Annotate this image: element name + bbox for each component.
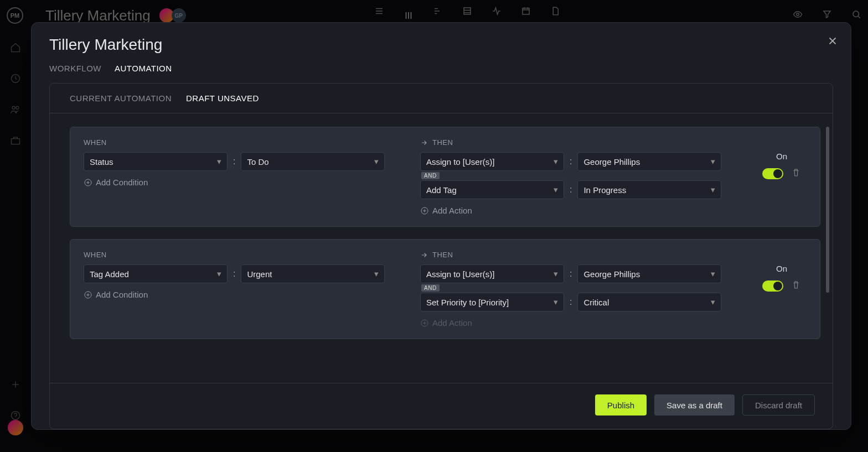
chevron-down-icon: ▾ bbox=[554, 157, 558, 167]
chevron-down-icon: ▾ bbox=[374, 269, 379, 279]
when-field-select[interactable]: Tag Added▾ bbox=[84, 264, 228, 283]
add-condition-button[interactable]: Add Condition bbox=[84, 290, 398, 299]
when-label: WHEN bbox=[84, 251, 398, 259]
colon: : bbox=[570, 185, 572, 195]
then-action-select[interactable]: Set Priority to [Priority]▾ bbox=[420, 293, 564, 311]
when-value-select[interactable]: To Do▾ bbox=[241, 152, 385, 171]
and-badge: AND bbox=[421, 284, 440, 292]
chevron-down-icon: ▾ bbox=[374, 157, 379, 167]
chevron-down-icon: ▾ bbox=[217, 157, 221, 167]
enable-toggle[interactable] bbox=[762, 168, 783, 179]
modal-body: CURRENT AUTOMATION DRAFT UNSAVED WHEN St… bbox=[49, 83, 833, 429]
colon: : bbox=[570, 157, 572, 167]
chevron-down-icon: ▾ bbox=[554, 185, 558, 195]
then-action-select[interactable]: Add Tag▾ bbox=[420, 180, 564, 199]
then-value-select[interactable]: George Phillips▾ bbox=[577, 152, 721, 171]
chevron-down-icon: ▾ bbox=[711, 269, 715, 279]
chevron-down-icon: ▾ bbox=[711, 157, 715, 167]
then-value-select[interactable]: In Progress▾ bbox=[577, 180, 721, 199]
close-button[interactable] bbox=[826, 35, 839, 49]
when-field-select[interactable]: Status▾ bbox=[84, 152, 228, 171]
rule-controls: On bbox=[757, 251, 807, 328]
delete-button[interactable] bbox=[791, 280, 801, 292]
scrollbar-handle[interactable] bbox=[826, 127, 829, 293]
then-label: THEN bbox=[420, 138, 735, 147]
delete-button[interactable] bbox=[791, 168, 801, 180]
colon: : bbox=[570, 297, 572, 307]
add-action-button[interactable]: Add Action bbox=[420, 318, 735, 328]
when-value-select[interactable]: Urgent▾ bbox=[241, 264, 385, 283]
when-column: WHEN Status▾ : To Do▾ Add Condition bbox=[84, 138, 398, 215]
then-action-select[interactable]: Assign to [User(s)]▾ bbox=[420, 152, 564, 171]
then-value-select[interactable]: Critical▾ bbox=[577, 293, 721, 311]
save-draft-button[interactable]: Save as a draft bbox=[654, 394, 735, 415]
tab-workflow[interactable]: WORKFLOW bbox=[49, 64, 101, 73]
add-condition-button[interactable]: Add Condition bbox=[84, 178, 398, 187]
colon: : bbox=[233, 269, 235, 279]
enable-toggle[interactable] bbox=[762, 280, 783, 292]
chevron-down-icon: ▾ bbox=[711, 185, 715, 195]
modal-tabs: WORKFLOW AUTOMATION bbox=[49, 64, 833, 83]
then-action-select[interactable]: Assign to [User(s)]▾ bbox=[420, 264, 564, 283]
automation-modal: Tillery Marketing WORKFLOW AUTOMATION CU… bbox=[31, 22, 851, 430]
and-badge: AND bbox=[421, 172, 440, 179]
colon: : bbox=[570, 269, 572, 279]
when-column: WHEN Tag Added▾ : Urgent▾ Add Condition bbox=[84, 251, 398, 328]
when-label: WHEN bbox=[84, 138, 398, 147]
then-column: THEN Assign to [User(s)]▾ : George Phill… bbox=[420, 251, 735, 328]
tab-automation[interactable]: AUTOMATION bbox=[115, 64, 172, 73]
chevron-down-icon: ▾ bbox=[554, 269, 558, 279]
colon: : bbox=[233, 157, 235, 167]
rule-controls: On bbox=[757, 138, 807, 215]
subtabs: CURRENT AUTOMATION DRAFT UNSAVED bbox=[50, 84, 833, 113]
subtab-draft[interactable]: DRAFT UNSAVED bbox=[186, 93, 259, 103]
modal-footer: Publish Save as a draft Discard draft bbox=[50, 383, 833, 429]
toggle-label: On bbox=[776, 264, 787, 273]
then-value-select[interactable]: George Phillips▾ bbox=[577, 264, 721, 283]
rule-card: WHEN Tag Added▾ : Urgent▾ Add Condition bbox=[70, 239, 820, 339]
add-action-button[interactable]: Add Action bbox=[420, 206, 735, 215]
chevron-down-icon: ▾ bbox=[711, 297, 715, 307]
subtab-current[interactable]: CURRENT AUTOMATION bbox=[70, 93, 172, 103]
rule-card: WHEN Status▾ : To Do▾ Add Condition bbox=[70, 127, 820, 227]
chevron-down-icon: ▾ bbox=[554, 297, 558, 307]
publish-button[interactable]: Publish bbox=[595, 394, 647, 415]
scroll-fade bbox=[50, 355, 820, 383]
modal-title: Tillery Marketing bbox=[49, 36, 833, 54]
chevron-down-icon: ▾ bbox=[217, 269, 221, 279]
rules-list: WHEN Status▾ : To Do▾ Add Condition bbox=[50, 113, 833, 383]
modal-header: Tillery Marketing WORKFLOW AUTOMATION bbox=[32, 23, 851, 83]
then-column: THEN Assign to [User(s)]▾ : George Phill… bbox=[420, 138, 735, 215]
discard-draft-button[interactable]: Discard draft bbox=[742, 394, 815, 415]
then-label: THEN bbox=[420, 251, 735, 259]
toggle-label: On bbox=[776, 152, 787, 161]
